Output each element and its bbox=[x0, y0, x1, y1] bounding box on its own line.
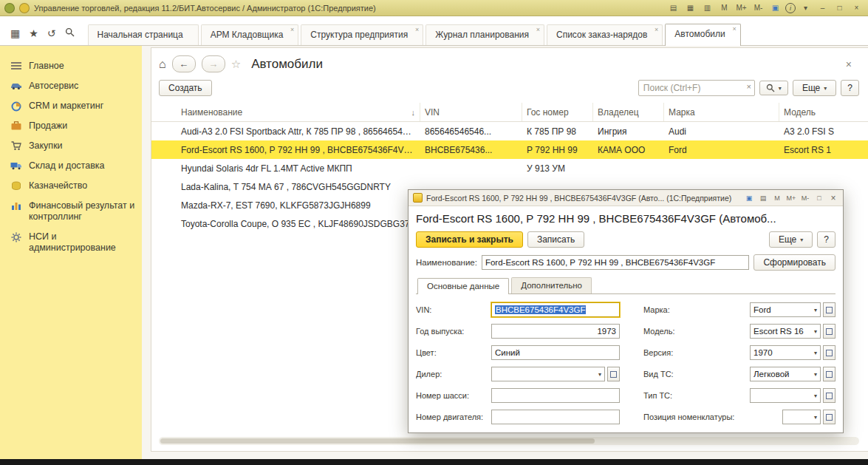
dealer-combobox[interactable]: ▾ bbox=[491, 367, 605, 381]
calendar-icon[interactable]: ▦ bbox=[683, 2, 697, 13]
vin-input[interactable]: BHCBE675436F4V3GF bbox=[491, 302, 620, 317]
clear-search-icon[interactable]: × bbox=[746, 83, 751, 91]
sidebar-item-sales[interactable]: Продажи bbox=[0, 116, 142, 136]
create-button[interactable]: Создать bbox=[159, 80, 212, 96]
nomenclature-position-open-button[interactable] bbox=[823, 410, 835, 424]
vehicle-kind-combobox[interactable]: Легковой ▾ bbox=[750, 367, 821, 381]
brand-combobox[interactable]: Ford ▾ bbox=[750, 302, 821, 317]
dealer-open-button[interactable] bbox=[607, 367, 620, 381]
engine-number-input[interactable] bbox=[491, 410, 620, 424]
tab-close-icon[interactable]: × bbox=[536, 27, 540, 33]
search-options-button[interactable]: ▾ bbox=[759, 81, 788, 95]
close-icon[interactable]: × bbox=[850, 2, 864, 13]
help-button[interactable]: ? bbox=[841, 80, 859, 96]
favorites-star-icon[interactable]: ★ bbox=[29, 28, 38, 38]
close-form-icon[interactable]: × bbox=[838, 58, 859, 70]
search-icon[interactable] bbox=[65, 27, 75, 38]
chevron-down-icon[interactable]: ▾ bbox=[814, 371, 817, 378]
tab-close-icon[interactable]: × bbox=[415, 27, 419, 33]
sidebar-item-main[interactable]: Главное bbox=[0, 56, 142, 76]
generate-name-button[interactable]: Сформировать bbox=[753, 254, 835, 271]
home-icon[interactable]: ⌂ bbox=[159, 58, 166, 71]
tab-close-icon[interactable]: × bbox=[732, 26, 736, 33]
main-menu-icon[interactable]: ▦ bbox=[10, 28, 20, 38]
show-panel-icon[interactable]: ▤ bbox=[758, 194, 768, 202]
scale-down-button[interactable]: M- bbox=[751, 2, 765, 13]
close-icon[interactable]: × bbox=[828, 193, 838, 203]
restore-icon[interactable]: □ bbox=[833, 2, 847, 13]
scrollbar-thumb[interactable] bbox=[160, 438, 595, 444]
column-name[interactable]: Наименование ↓ bbox=[177, 103, 420, 121]
vehicle-type-combobox[interactable]: ▾ bbox=[750, 388, 821, 403]
chassis-number-input[interactable] bbox=[491, 388, 620, 403]
save-button[interactable]: Записать bbox=[527, 231, 584, 248]
sidebar-item-financial-result[interactable]: Финансовый результат и контроллинг bbox=[0, 196, 142, 227]
minimize-icon[interactable]: – bbox=[816, 2, 830, 13]
scale-normal-button[interactable]: M bbox=[717, 2, 731, 13]
dialog-more-button[interactable]: Еще ▾ bbox=[769, 231, 813, 248]
more-button[interactable]: Еще ▾ bbox=[793, 80, 836, 96]
table-row[interactable]: Hyundai Solaris 4dr FL 1.4MT Active МКПП… bbox=[151, 159, 868, 177]
sidebar-item-warehouse-delivery[interactable]: Склад и доставка bbox=[0, 156, 142, 176]
back-button[interactable]: ← bbox=[172, 55, 196, 72]
tab-additional[interactable]: Дополнительно bbox=[511, 277, 592, 293]
chevron-down-icon[interactable]: ▾ bbox=[814, 350, 817, 356]
name-input[interactable]: Ford-Escort RS 1600, Р 792 НН 99 , BHCBE… bbox=[482, 255, 749, 270]
color-input[interactable]: Синий bbox=[491, 345, 620, 360]
column-brand[interactable]: Марка bbox=[664, 103, 779, 121]
tab-cars[interactable]: Автомобили × bbox=[665, 24, 740, 46]
history-icon[interactable]: ↺ bbox=[47, 28, 56, 38]
window-layout-icon[interactable]: ▣ bbox=[744, 194, 754, 202]
window-layout-icon[interactable]: ▣ bbox=[768, 2, 782, 13]
horizontal-scrollbar[interactable] bbox=[159, 437, 859, 445]
sidebar-item-autoservice[interactable]: Автосервис bbox=[0, 76, 142, 96]
info-icon[interactable]: i bbox=[785, 3, 796, 13]
vehicle-type-open-button[interactable] bbox=[823, 388, 835, 403]
chevron-down-icon[interactable]: ▾ bbox=[814, 307, 817, 313]
version-combobox[interactable]: 1970 ▾ bbox=[750, 345, 821, 360]
dialog-help-button[interactable]: ? bbox=[817, 231, 835, 248]
version-open-button[interactable] bbox=[823, 345, 835, 360]
favorite-star-icon[interactable]: ☆ bbox=[231, 58, 241, 71]
sidebar-item-crm[interactable]: CRM и маркетинг bbox=[0, 96, 142, 116]
model-open-button[interactable] bbox=[823, 324, 835, 339]
year-input[interactable]: 1973 bbox=[491, 324, 620, 339]
chevron-down-icon[interactable]: ▾ bbox=[814, 393, 817, 399]
brand-open-button[interactable] bbox=[823, 302, 835, 317]
sidebar-item-purchases[interactable]: Закупки bbox=[0, 136, 142, 156]
tab-planning-journal[interactable]: Журнал планирования × bbox=[426, 24, 544, 45]
save-and-close-button[interactable]: Записать и закрыть bbox=[416, 231, 523, 248]
chevron-down-icon[interactable]: ▾ bbox=[598, 371, 601, 378]
sort-descending-icon[interactable]: ↓ bbox=[411, 108, 416, 117]
table-row[interactable]: Audi-A3 2.0 FSI Sportback Attr, К 785 ПР… bbox=[151, 122, 868, 140]
tab-close-icon[interactable]: × bbox=[655, 27, 658, 33]
forward-button[interactable]: → bbox=[202, 55, 225, 72]
search-input[interactable] bbox=[638, 80, 755, 96]
tab-home[interactable]: Начальная страница bbox=[88, 24, 199, 45]
tab-enterprise-structure[interactable]: Структура предприятия × bbox=[301, 24, 423, 45]
scale-down-button[interactable]: M- bbox=[800, 194, 810, 202]
tab-work-orders[interactable]: Список заказ-нарядов × bbox=[547, 24, 663, 45]
tab-main-data[interactable]: Основные данные bbox=[417, 278, 509, 294]
chevron-down-icon[interactable]: ▾ bbox=[799, 2, 813, 13]
chevron-down-icon[interactable]: ▾ bbox=[814, 414, 817, 421]
tab-warehouse-workstation[interactable]: АРМ Кладовщика × bbox=[201, 24, 299, 45]
column-vin[interactable]: VIN bbox=[420, 103, 522, 121]
vehicle-kind-open-button[interactable] bbox=[823, 367, 835, 381]
column-owner[interactable]: Владелец bbox=[593, 103, 664, 121]
show-panel-icon[interactable]: ▤ bbox=[666, 2, 680, 13]
scale-up-button[interactable]: M+ bbox=[734, 2, 748, 13]
column-model[interactable]: Модель bbox=[779, 103, 868, 121]
scale-up-button[interactable]: M+ bbox=[786, 194, 796, 202]
sidebar-item-nsi-administration[interactable]: НСИ и администрирование bbox=[0, 227, 142, 258]
model-combobox[interactable]: Escort RS 16 ▾ bbox=[750, 324, 821, 339]
chevron-down-icon[interactable]: ▾ bbox=[814, 328, 817, 335]
nomenclature-position-combobox[interactable]: ▾ bbox=[782, 410, 821, 424]
column-gos-number[interactable]: Гос номер bbox=[522, 103, 593, 121]
calculator-icon[interactable]: ▥ bbox=[700, 2, 714, 13]
restore-icon[interactable]: □ bbox=[814, 194, 824, 202]
scale-normal-button[interactable]: M bbox=[772, 194, 782, 202]
sidebar-item-treasury[interactable]: Казначейство bbox=[0, 176, 142, 196]
tab-close-icon[interactable]: × bbox=[290, 27, 294, 33]
table-row-selected[interactable]: Ford-Escort RS 1600, Р 792 НН 99 , BHCBE… bbox=[151, 140, 868, 159]
